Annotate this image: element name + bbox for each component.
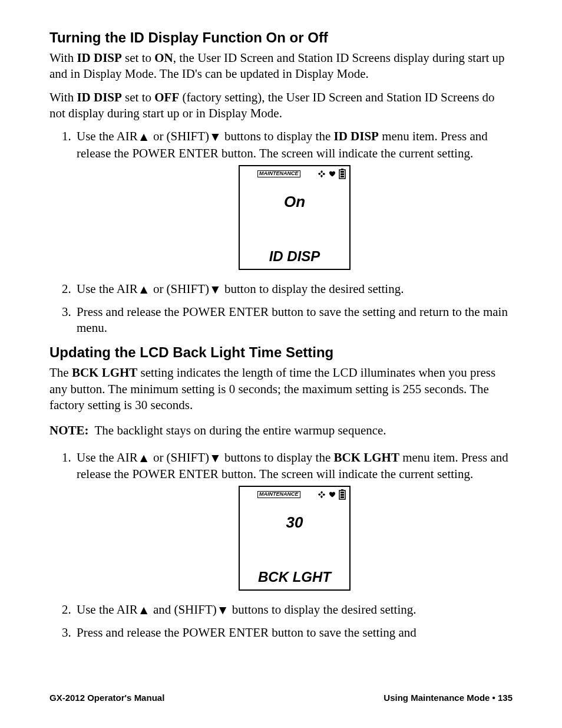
text: set to: [122, 51, 154, 65]
lcd-screen-bck-lght: MAINTENANCE 30 BCK LGHT: [239, 486, 351, 591]
triangle-down-icon: ▼: [209, 450, 222, 466]
battery-icon: [339, 489, 346, 500]
lcd-value: 30: [240, 513, 349, 533]
svg-rect-3: [340, 173, 344, 175]
fan-icon: [318, 490, 326, 499]
text: or (SHIFT): [150, 282, 209, 296]
triangle-down-icon: ▼: [217, 602, 229, 618]
text: Use the AIR: [77, 450, 138, 465]
lcd-label: ID DISP: [240, 247, 349, 265]
text: With: [49, 90, 77, 104]
fan-icon: [318, 170, 326, 178]
svg-rect-2: [340, 171, 344, 173]
bold-text: BCK LGHT: [334, 450, 399, 465]
list-item: Press and release the POWER ENTER button…: [74, 304, 513, 337]
text: buttons to display the: [222, 129, 334, 143]
lcd-label: BCK LGHT: [240, 568, 349, 586]
note-label: NOTE:: [49, 423, 89, 439]
maintenance-badge: MAINTENANCE: [257, 491, 300, 498]
bold-text: BCK LGHT: [72, 365, 137, 380]
triangle-up-icon: ▲: [138, 129, 150, 145]
text: buttons to display the: [222, 450, 334, 465]
svg-rect-4: [340, 176, 344, 177]
ordered-list: Use the AIR▲ or (SHIFT)▼ buttons to disp…: [49, 450, 513, 641]
text: With: [49, 51, 77, 65]
note: NOTE: The backlight stays on during the …: [49, 423, 513, 439]
text: Use the AIR: [77, 282, 138, 296]
bold-text: OFF: [154, 90, 179, 104]
triangle-up-icon: ▲: [138, 602, 150, 618]
lcd-figure: MAINTENANCE 30 BCK LGHT: [77, 486, 513, 595]
triangle-down-icon: ▼: [209, 282, 222, 298]
bold-text: ID DISP: [77, 90, 121, 104]
paragraph: The BCK LGHT setting indicates the lengt…: [49, 365, 513, 413]
list-item: Press and release the POWER ENTER button…: [74, 625, 513, 641]
triangle-down-icon: ▼: [209, 129, 222, 145]
text: buttons to display the desired setting.: [229, 602, 416, 617]
maintenance-badge: MAINTENANCE: [257, 170, 300, 177]
bold-text: ON: [154, 51, 173, 65]
list-item: Use the AIR▲ or (SHIFT)▼ buttons to disp…: [74, 450, 513, 595]
text: button to display the desired setting.: [222, 282, 404, 296]
list-item: Use the AIR▲ or (SHIFT)▼ buttons to disp…: [74, 129, 513, 274]
text: Use the AIR: [77, 602, 138, 617]
text: set to: [122, 90, 154, 104]
triangle-up-icon: ▲: [138, 282, 150, 298]
bold-text: ID DISP: [334, 129, 379, 143]
section-heading-id-display: Turning the ID Display Function On or Of…: [49, 28, 513, 47]
triangle-up-icon: ▲: [138, 450, 150, 466]
list-item: Use the AIR▲ or (SHIFT)▼ button to displ…: [74, 281, 513, 298]
lcd-figure: MAINTENANCE On ID DISP: [77, 165, 513, 274]
text: and (SHIFT): [150, 602, 217, 617]
text: Use the AIR: [77, 129, 138, 143]
paragraph: With ID DISP set to ON, the User ID Scre…: [49, 50, 513, 83]
ordered-list: Use the AIR▲ or (SHIFT)▼ buttons to disp…: [49, 129, 513, 336]
svg-rect-7: [340, 492, 344, 493]
bold-text: ID DISP: [77, 51, 121, 65]
text: or (SHIFT): [150, 450, 209, 465]
section-heading-backlight: Updating the LCD Back Light Time Setting: [49, 343, 513, 361]
lcd-screen-id-disp: MAINTENANCE On ID DISP: [239, 165, 351, 270]
text: The: [49, 365, 72, 380]
svg-rect-8: [340, 494, 344, 496]
heart-icon: [328, 491, 336, 498]
battery-icon: [339, 169, 346, 179]
svg-rect-9: [340, 496, 344, 498]
list-item: Use the AIR▲ and (SHIFT)▼ buttons to dis…: [74, 602, 513, 618]
note-text: The backlight stays on during the entire…: [95, 423, 513, 439]
paragraph: With ID DISP set to OFF (factory setting…: [49, 90, 513, 122]
text: or (SHIFT): [150, 129, 209, 143]
lcd-value: On: [240, 192, 349, 212]
heart-icon: [328, 170, 336, 177]
